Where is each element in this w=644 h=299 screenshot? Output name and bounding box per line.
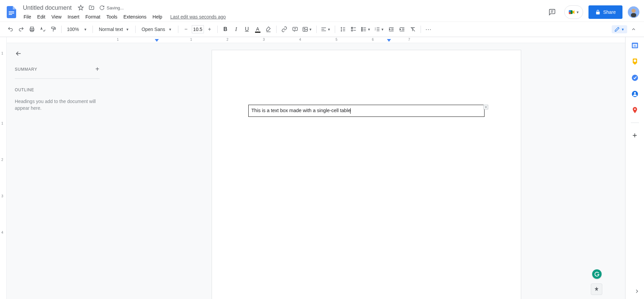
- checklist-icon[interactable]: [349, 24, 359, 34]
- star-icon[interactable]: [78, 5, 84, 11]
- contacts-app-icon[interactable]: [631, 90, 639, 98]
- decrease-indent-icon[interactable]: [386, 24, 396, 34]
- document-page[interactable]: ▾ This is a text box made with a single-…: [212, 50, 521, 299]
- calendar-app-icon[interactable]: 31: [631, 42, 639, 49]
- chevron-down-icon: ▼: [84, 28, 87, 31]
- vruler-tick: 1: [1, 52, 3, 55]
- vertical-ruler: 1 1 2 3 4: [0, 37, 7, 299]
- zoom-select[interactable]: 100%▼: [64, 27, 90, 32]
- title-row: Untitled document Saving...: [21, 4, 545, 12]
- decrease-font-icon[interactable]: −: [181, 24, 191, 34]
- move-icon[interactable]: [88, 5, 95, 11]
- outline-panel: SUMMARY + OUTLINE Headings you add to th…: [7, 43, 108, 299]
- print-icon[interactable]: [27, 24, 37, 34]
- align-icon[interactable]: ▼: [319, 24, 332, 34]
- indent-right-marker-icon[interactable]: [387, 39, 391, 42]
- italic-icon[interactable]: I: [231, 24, 241, 34]
- svg-rect-28: [351, 30, 353, 31]
- header-right: ▼ Share: [545, 5, 639, 19]
- summary-label: SUMMARY: [15, 67, 37, 72]
- toolbar: 100%▼ Normal text▼ Open Sans▼ − 10.5 + B…: [0, 22, 644, 37]
- saving-status: Saving...: [99, 5, 124, 10]
- maps-app-icon[interactable]: [631, 106, 639, 114]
- hruler-tick: 3: [263, 38, 265, 41]
- docs-logo-icon[interactable]: [5, 5, 18, 19]
- add-app-icon[interactable]: +: [631, 132, 639, 139]
- tasks-app-icon[interactable]: [631, 74, 639, 81]
- side-panel-collapse-icon[interactable]: [634, 288, 640, 294]
- underline-icon[interactable]: U: [242, 24, 252, 34]
- share-button[interactable]: Share: [588, 5, 622, 19]
- outline-close-icon[interactable]: [15, 50, 100, 57]
- menu-help[interactable]: Help: [150, 13, 165, 21]
- numbered-list-icon[interactable]: 12▼: [373, 24, 386, 34]
- horizontal-ruler[interactable]: 1 1 2 3 4 5 6 7: [7, 37, 625, 43]
- summary-header: SUMMARY +: [15, 65, 100, 79]
- menu-view[interactable]: View: [49, 13, 64, 21]
- chevron-down-icon: ▼: [309, 28, 312, 31]
- clear-format-icon[interactable]: [408, 24, 418, 34]
- indent-left-marker-icon[interactable]: [155, 39, 159, 42]
- undo-icon[interactable]: [5, 24, 15, 34]
- highlight-icon[interactable]: [263, 24, 274, 34]
- increase-font-icon[interactable]: +: [205, 24, 215, 34]
- redo-icon[interactable]: [16, 24, 26, 34]
- text-color-icon[interactable]: A: [253, 24, 263, 34]
- bold-icon[interactable]: B: [220, 24, 230, 34]
- pencil-icon: [614, 27, 620, 32]
- menu-insert[interactable]: Insert: [65, 13, 82, 21]
- document-title[interactable]: Untitled document: [21, 4, 74, 12]
- explore-button[interactable]: [591, 284, 602, 295]
- svg-text:2: 2: [374, 29, 376, 31]
- chevron-down-icon: ▼: [367, 28, 371, 31]
- svg-point-31: [361, 29, 362, 30]
- vruler-tick: 1: [1, 122, 3, 125]
- sync-icon: [99, 5, 105, 10]
- menu-tools[interactable]: Tools: [104, 13, 120, 21]
- menu-format[interactable]: Format: [83, 13, 103, 21]
- last-edit-link[interactable]: Last edit was seconds ago: [170, 14, 226, 20]
- add-summary-icon[interactable]: +: [96, 65, 100, 73]
- table-options-icon[interactable]: ▾: [484, 105, 488, 109]
- zoom-value: 100%: [67, 27, 79, 32]
- bullet-list-icon[interactable]: ▼: [359, 24, 372, 34]
- svg-rect-14: [51, 27, 55, 29]
- toolbar-right: ▼: [612, 24, 639, 34]
- style-value: Normal text: [99, 27, 123, 32]
- font-select[interactable]: Open Sans▼: [138, 27, 175, 32]
- grammarly-icon[interactable]: [592, 269, 602, 279]
- hruler-tick: 5: [335, 38, 337, 41]
- comment-icon[interactable]: [290, 24, 300, 34]
- menu-extensions[interactable]: Extensions: [121, 13, 149, 21]
- page-scroll[interactable]: ▾ This is a text box made with a single-…: [108, 43, 625, 299]
- paint-format-icon[interactable]: [48, 24, 59, 34]
- chevron-down-icon: ▼: [621, 28, 624, 31]
- svg-text:31: 31: [633, 44, 637, 47]
- account-avatar[interactable]: [628, 6, 639, 18]
- spellcheck-icon[interactable]: [38, 24, 48, 34]
- keep-app-icon[interactable]: [631, 58, 639, 65]
- outline-label: OUTLINE: [15, 88, 100, 92]
- menu-file[interactable]: File: [21, 13, 34, 21]
- paragraph-style-select[interactable]: Normal text▼: [96, 27, 133, 32]
- svg-point-30: [361, 27, 362, 28]
- svg-point-19: [304, 28, 305, 29]
- font-size-control: − 10.5 +: [181, 24, 215, 34]
- collapse-toolbar-icon[interactable]: [629, 24, 639, 34]
- link-icon[interactable]: [279, 24, 289, 34]
- increase-indent-icon[interactable]: [397, 24, 407, 34]
- workspace: 1 1 2 3 4 1 1 2 3 4 5 6 7 SUMMA: [0, 37, 644, 299]
- hruler-tick: 7: [408, 38, 410, 41]
- editing-mode-button[interactable]: ▼: [612, 25, 627, 33]
- content-row: SUMMARY + OUTLINE Headings you add to th…: [7, 43, 625, 299]
- table-cell-text[interactable]: This is a text box made with a single-ce…: [251, 108, 351, 113]
- line-spacing-icon[interactable]: [338, 24, 348, 34]
- single-cell-table[interactable]: ▾ This is a text box made with a single-…: [248, 105, 485, 117]
- font-size-input[interactable]: 10.5: [192, 25, 204, 33]
- comment-history-icon[interactable]: [545, 5, 559, 19]
- svg-rect-1: [9, 13, 14, 13]
- image-icon[interactable]: ▼: [301, 24, 314, 34]
- more-icon[interactable]: ⋯: [424, 24, 434, 34]
- menu-edit[interactable]: Edit: [35, 13, 48, 21]
- meet-button[interactable]: ▼: [564, 5, 583, 19]
